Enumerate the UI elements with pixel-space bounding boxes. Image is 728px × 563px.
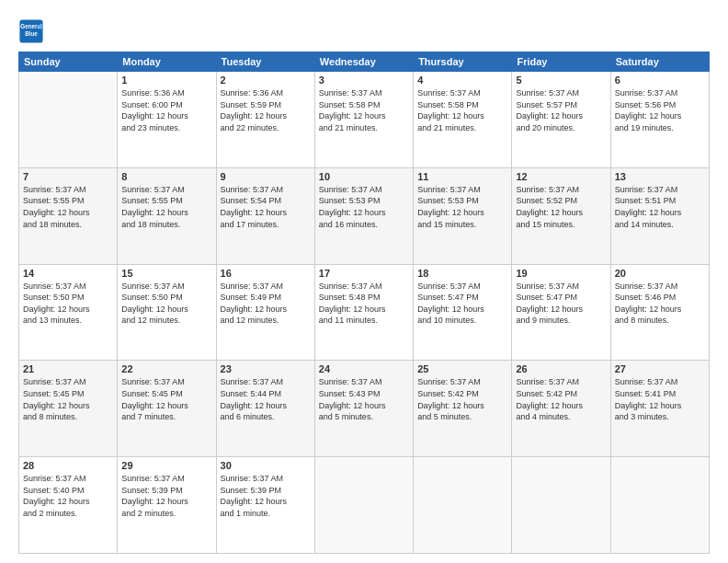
day-number: 27 [615, 363, 705, 374]
calendar-cell: 24Sunrise: 5:37 AMSunset: 5:43 PMDayligh… [314, 361, 413, 457]
day-info: Sunrise: 5:37 AMSunset: 5:39 PMDaylight:… [121, 473, 211, 519]
day-number: 16 [221, 268, 311, 279]
day-info: Sunrise: 5:37 AMSunset: 5:57 PMDaylight:… [516, 87, 606, 133]
calendar-cell: 14Sunrise: 5:37 AMSunset: 5:50 PMDayligh… [19, 264, 118, 361]
calendar-cell: 30Sunrise: 5:37 AMSunset: 5:39 PMDayligh… [216, 457, 314, 554]
day-info: Sunrise: 5:37 AMSunset: 5:41 PMDaylight:… [615, 376, 705, 422]
calendar-cell: 28Sunrise: 5:37 AMSunset: 5:40 PMDayligh… [19, 457, 118, 554]
calendar-page: General Blue SundayMondayTuesdayWednesda… [0, 0, 728, 563]
day-info: Sunrise: 5:37 AMSunset: 5:55 PMDaylight:… [121, 184, 211, 230]
day-info: Sunrise: 5:37 AMSunset: 5:51 PMDaylight:… [615, 184, 705, 230]
day-info: Sunrise: 5:37 AMSunset: 5:52 PMDaylight:… [516, 184, 606, 230]
day-info: Sunrise: 5:37 AMSunset: 5:58 PMDaylight:… [417, 87, 507, 133]
header-cell-monday: Monday [118, 52, 216, 72]
day-info: Sunrise: 5:37 AMSunset: 5:45 PMDaylight:… [23, 376, 113, 422]
header-cell-friday: Friday [512, 52, 610, 72]
day-info: Sunrise: 5:37 AMSunset: 5:39 PMDaylight:… [221, 473, 311, 519]
calendar-cell: 8Sunrise: 5:37 AMSunset: 5:55 PMDaylight… [118, 167, 216, 264]
calendar-cell: 6Sunrise: 5:37 AMSunset: 5:56 PMDaylight… [610, 72, 709, 168]
header-cell-saturday: Saturday [610, 52, 709, 72]
day-info: Sunrise: 5:37 AMSunset: 5:53 PMDaylight:… [417, 184, 507, 230]
calendar-cell [414, 457, 512, 554]
calendar-cell: 2Sunrise: 5:36 AMSunset: 5:59 PMDaylight… [216, 72, 314, 168]
day-number: 20 [615, 268, 705, 279]
day-info: Sunrise: 5:37 AMSunset: 5:45 PMDaylight:… [121, 376, 211, 422]
day-info: Sunrise: 5:37 AMSunset: 5:53 PMDaylight:… [319, 184, 409, 230]
header-row: SundayMondayTuesdayWednesdayThursdayFrid… [19, 52, 710, 72]
header: General Blue [18, 15, 710, 44]
day-info: Sunrise: 5:37 AMSunset: 5:49 PMDaylight:… [221, 281, 311, 327]
day-info: Sunrise: 5:37 AMSunset: 5:42 PMDaylight:… [417, 376, 507, 422]
day-number: 6 [615, 75, 705, 86]
day-number: 10 [319, 171, 409, 182]
day-number: 28 [23, 460, 113, 471]
day-info: Sunrise: 5:37 AMSunset: 5:42 PMDaylight:… [516, 376, 606, 422]
week-row-4: 21Sunrise: 5:37 AMSunset: 5:45 PMDayligh… [19, 361, 710, 457]
calendar-cell [610, 457, 709, 554]
calendar-cell: 27Sunrise: 5:37 AMSunset: 5:41 PMDayligh… [610, 361, 709, 457]
day-info: Sunrise: 5:37 AMSunset: 5:56 PMDaylight:… [615, 87, 705, 133]
calendar-cell: 29Sunrise: 5:37 AMSunset: 5:39 PMDayligh… [118, 457, 216, 554]
calendar-table: SundayMondayTuesdayWednesdayThursdayFrid… [18, 52, 710, 554]
calendar-cell: 20Sunrise: 5:37 AMSunset: 5:46 PMDayligh… [610, 264, 709, 361]
header-cell-thursday: Thursday [414, 52, 512, 72]
calendar-cell: 7Sunrise: 5:37 AMSunset: 5:55 PMDaylight… [19, 167, 118, 264]
calendar-cell: 12Sunrise: 5:37 AMSunset: 5:52 PMDayligh… [512, 167, 610, 264]
day-info: Sunrise: 5:37 AMSunset: 5:54 PMDaylight:… [221, 184, 311, 230]
day-number: 25 [417, 363, 507, 374]
day-number: 13 [615, 171, 705, 182]
day-info: Sunrise: 5:37 AMSunset: 5:47 PMDaylight:… [516, 281, 606, 327]
day-number: 30 [221, 460, 311, 471]
day-number: 29 [121, 460, 211, 471]
calendar-cell: 22Sunrise: 5:37 AMSunset: 5:45 PMDayligh… [118, 361, 216, 457]
day-info: Sunrise: 5:37 AMSunset: 5:44 PMDaylight:… [221, 376, 311, 422]
day-number: 4 [417, 75, 507, 86]
day-number: 23 [221, 363, 311, 374]
calendar-cell: 23Sunrise: 5:37 AMSunset: 5:44 PMDayligh… [216, 361, 314, 457]
calendar-cell [314, 457, 413, 554]
calendar-cell: 1Sunrise: 5:36 AMSunset: 6:00 PMDaylight… [118, 72, 216, 168]
day-number: 22 [121, 363, 211, 374]
week-row-3: 14Sunrise: 5:37 AMSunset: 5:50 PMDayligh… [19, 264, 710, 361]
day-info: Sunrise: 5:37 AMSunset: 5:55 PMDaylight:… [23, 184, 113, 230]
svg-text:Blue: Blue [25, 30, 38, 37]
day-number: 26 [516, 363, 606, 374]
day-number: 8 [121, 171, 211, 182]
calendar-cell [512, 457, 610, 554]
calendar-cell: 5Sunrise: 5:37 AMSunset: 5:57 PMDaylight… [512, 72, 610, 168]
day-number: 7 [23, 171, 113, 182]
calendar-cell: 21Sunrise: 5:37 AMSunset: 5:45 PMDayligh… [19, 361, 118, 457]
week-row-1: 1Sunrise: 5:36 AMSunset: 6:00 PMDaylight… [19, 72, 710, 168]
calendar-cell: 4Sunrise: 5:37 AMSunset: 5:58 PMDaylight… [414, 72, 512, 168]
logo: General Blue [18, 18, 48, 44]
day-info: Sunrise: 5:36 AMSunset: 5:59 PMDaylight:… [221, 87, 311, 133]
day-info: Sunrise: 5:37 AMSunset: 5:43 PMDaylight:… [319, 376, 409, 422]
day-number: 5 [516, 75, 606, 86]
day-number: 17 [319, 268, 409, 279]
day-info: Sunrise: 5:37 AMSunset: 5:47 PMDaylight:… [417, 281, 507, 327]
day-number: 9 [221, 171, 311, 182]
day-info: Sunrise: 5:37 AMSunset: 5:40 PMDaylight:… [23, 473, 113, 519]
day-number: 14 [23, 268, 113, 279]
calendar-cell: 16Sunrise: 5:37 AMSunset: 5:49 PMDayligh… [216, 264, 314, 361]
day-info: Sunrise: 5:36 AMSunset: 6:00 PMDaylight:… [121, 87, 211, 133]
day-number: 3 [319, 75, 409, 86]
week-row-2: 7Sunrise: 5:37 AMSunset: 5:55 PMDaylight… [19, 167, 710, 264]
day-info: Sunrise: 5:37 AMSunset: 5:58 PMDaylight:… [319, 87, 409, 133]
day-number: 21 [23, 363, 113, 374]
day-number: 2 [221, 75, 311, 86]
calendar-cell [19, 72, 118, 168]
header-cell-sunday: Sunday [19, 52, 118, 72]
calendar-cell: 19Sunrise: 5:37 AMSunset: 5:47 PMDayligh… [512, 264, 610, 361]
day-info: Sunrise: 5:37 AMSunset: 5:50 PMDaylight:… [121, 281, 211, 327]
calendar-cell: 26Sunrise: 5:37 AMSunset: 5:42 PMDayligh… [512, 361, 610, 457]
calendar-cell: 17Sunrise: 5:37 AMSunset: 5:48 PMDayligh… [314, 264, 413, 361]
day-number: 1 [121, 75, 211, 86]
day-number: 18 [417, 268, 507, 279]
day-number: 15 [121, 268, 211, 279]
calendar-cell: 18Sunrise: 5:37 AMSunset: 5:47 PMDayligh… [414, 264, 512, 361]
day-info: Sunrise: 5:37 AMSunset: 5:48 PMDaylight:… [319, 281, 409, 327]
week-row-5: 28Sunrise: 5:37 AMSunset: 5:40 PMDayligh… [19, 457, 710, 554]
header-cell-tuesday: Tuesday [216, 52, 314, 72]
calendar-cell: 3Sunrise: 5:37 AMSunset: 5:58 PMDaylight… [314, 72, 413, 168]
